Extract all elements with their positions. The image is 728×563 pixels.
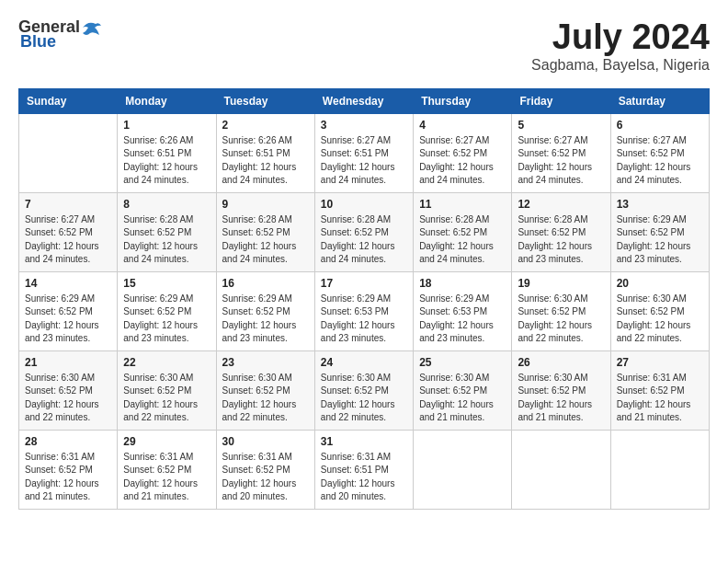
calendar-cell: 1Sunrise: 6:26 AM Sunset: 6:51 PM Daylig… [118, 113, 216, 192]
day-info: Sunrise: 6:31 AM Sunset: 6:51 PM Dayligh… [321, 451, 407, 504]
day-number: 9 [222, 198, 309, 211]
calendar-cell: 6Sunrise: 6:27 AM Sunset: 6:52 PM Daylig… [610, 113, 709, 192]
day-info: Sunrise: 6:29 AM Sunset: 6:52 PM Dayligh… [222, 293, 309, 346]
calendar-cell: 2Sunrise: 6:26 AM Sunset: 6:51 PM Daylig… [216, 113, 314, 192]
calendar-cell: 25Sunrise: 6:30 AM Sunset: 6:52 PM Dayli… [414, 350, 512, 430]
day-number: 20 [617, 277, 703, 290]
day-info: Sunrise: 6:30 AM Sunset: 6:52 PM Dayligh… [518, 372, 604, 425]
calendar-cell: 21Sunrise: 6:30 AM Sunset: 6:52 PM Dayli… [19, 350, 118, 430]
calendar-cell: 15Sunrise: 6:29 AM Sunset: 6:52 PM Dayli… [118, 271, 216, 350]
day-number: 28 [25, 435, 111, 448]
day-info: Sunrise: 6:30 AM Sunset: 6:52 PM Dayligh… [25, 372, 111, 425]
day-number: 27 [617, 356, 703, 369]
day-info: Sunrise: 6:28 AM Sunset: 6:52 PM Dayligh… [321, 213, 407, 267]
day-number: 5 [518, 119, 604, 132]
day-info: Sunrise: 6:26 AM Sunset: 6:51 PM Dayligh… [123, 134, 210, 188]
day-number: 15 [123, 277, 210, 290]
calendar-cell: 19Sunrise: 6:30 AM Sunset: 6:52 PM Dayli… [512, 271, 610, 350]
day-of-week-thursday: Thursday [414, 88, 512, 113]
day-info: Sunrise: 6:27 AM Sunset: 6:51 PM Dayligh… [321, 134, 407, 188]
calendar-cell: 24Sunrise: 6:30 AM Sunset: 6:52 PM Dayli… [314, 350, 413, 430]
day-of-week-wednesday: Wednesday [314, 88, 413, 113]
calendar-cell: 5Sunrise: 6:27 AM Sunset: 6:52 PM Daylig… [512, 113, 610, 192]
day-number: 10 [321, 198, 407, 211]
calendar-cell: 8Sunrise: 6:28 AM Sunset: 6:52 PM Daylig… [118, 192, 216, 271]
calendar-cell [414, 430, 512, 509]
day-number: 12 [518, 198, 604, 211]
day-info: Sunrise: 6:28 AM Sunset: 6:52 PM Dayligh… [123, 213, 210, 267]
calendar-cell: 26Sunrise: 6:30 AM Sunset: 6:52 PM Dayli… [512, 350, 610, 430]
calendar-cell [610, 430, 709, 509]
day-number: 1 [123, 119, 210, 132]
day-number: 3 [321, 119, 407, 132]
calendar-cell: 12Sunrise: 6:28 AM Sunset: 6:52 PM Dayli… [512, 192, 610, 271]
calendar-cell [19, 113, 118, 192]
logo-bird-icon [81, 18, 103, 37]
day-number: 13 [617, 198, 703, 211]
calendar-table: SundayMondayTuesdayWednesdayThursdayFrid… [18, 88, 710, 510]
day-number: 24 [321, 356, 407, 369]
calendar-header: SundayMondayTuesdayWednesdayThursdayFrid… [19, 88, 710, 113]
day-number: 18 [419, 277, 506, 290]
day-of-week-monday: Monday [118, 88, 216, 113]
day-number: 30 [222, 435, 309, 448]
day-number: 7 [25, 198, 111, 211]
calendar-week-row: 21Sunrise: 6:30 AM Sunset: 6:52 PM Dayli… [19, 350, 710, 430]
day-info: Sunrise: 6:30 AM Sunset: 6:52 PM Dayligh… [419, 372, 506, 425]
calendar-cell: 13Sunrise: 6:29 AM Sunset: 6:52 PM Dayli… [610, 192, 709, 271]
day-info: Sunrise: 6:27 AM Sunset: 6:52 PM Dayligh… [25, 213, 111, 267]
day-info: Sunrise: 6:31 AM Sunset: 6:52 PM Dayligh… [617, 372, 703, 425]
month-year-title: July 2024 [531, 18, 710, 57]
day-of-week-tuesday: Tuesday [216, 88, 314, 113]
day-info: Sunrise: 6:29 AM Sunset: 6:53 PM Dayligh… [321, 293, 407, 346]
day-number: 16 [222, 277, 309, 290]
logo: General Blue [18, 18, 103, 52]
calendar-cell: 9Sunrise: 6:28 AM Sunset: 6:52 PM Daylig… [216, 192, 314, 271]
day-number: 2 [222, 119, 309, 132]
day-info: Sunrise: 6:27 AM Sunset: 6:52 PM Dayligh… [617, 134, 703, 188]
day-number: 29 [123, 435, 210, 448]
day-info: Sunrise: 6:29 AM Sunset: 6:52 PM Dayligh… [617, 213, 703, 267]
day-of-week-sunday: Sunday [19, 88, 118, 113]
day-info: Sunrise: 6:28 AM Sunset: 6:52 PM Dayligh… [518, 213, 604, 267]
day-info: Sunrise: 6:30 AM Sunset: 6:52 PM Dayligh… [321, 372, 407, 425]
calendar-cell: 30Sunrise: 6:31 AM Sunset: 6:52 PM Dayli… [216, 430, 314, 509]
day-info: Sunrise: 6:30 AM Sunset: 6:52 PM Dayligh… [518, 293, 604, 346]
day-info: Sunrise: 6:31 AM Sunset: 6:52 PM Dayligh… [25, 451, 111, 504]
day-number: 14 [25, 277, 111, 290]
day-info: Sunrise: 6:28 AM Sunset: 6:52 PM Dayligh… [222, 213, 309, 267]
day-number: 4 [419, 119, 506, 132]
calendar-cell: 14Sunrise: 6:29 AM Sunset: 6:52 PM Dayli… [19, 271, 118, 350]
calendar-cell: 4Sunrise: 6:27 AM Sunset: 6:52 PM Daylig… [414, 113, 512, 192]
day-info: Sunrise: 6:31 AM Sunset: 6:52 PM Dayligh… [123, 451, 210, 504]
day-info: Sunrise: 6:29 AM Sunset: 6:52 PM Dayligh… [25, 293, 111, 346]
day-number: 8 [123, 198, 210, 211]
calendar-week-row: 28Sunrise: 6:31 AM Sunset: 6:52 PM Dayli… [19, 430, 710, 509]
calendar-cell: 22Sunrise: 6:30 AM Sunset: 6:52 PM Dayli… [118, 350, 216, 430]
calendar-cell: 27Sunrise: 6:31 AM Sunset: 6:52 PM Dayli… [610, 350, 709, 430]
day-number: 25 [419, 356, 506, 369]
day-of-week-saturday: Saturday [610, 88, 709, 113]
calendar-cell: 10Sunrise: 6:28 AM Sunset: 6:52 PM Dayli… [314, 192, 413, 271]
calendar-body: 1Sunrise: 6:26 AM Sunset: 6:51 PM Daylig… [19, 113, 710, 509]
day-number: 17 [321, 277, 407, 290]
day-info: Sunrise: 6:31 AM Sunset: 6:52 PM Dayligh… [222, 451, 309, 504]
day-number: 11 [419, 198, 506, 211]
day-info: Sunrise: 6:30 AM Sunset: 6:52 PM Dayligh… [123, 372, 210, 425]
day-info: Sunrise: 6:27 AM Sunset: 6:52 PM Dayligh… [518, 134, 604, 188]
calendar-week-row: 1Sunrise: 6:26 AM Sunset: 6:51 PM Daylig… [19, 113, 710, 192]
day-info: Sunrise: 6:29 AM Sunset: 6:52 PM Dayligh… [123, 293, 210, 346]
day-number: 26 [518, 356, 604, 369]
day-info: Sunrise: 6:27 AM Sunset: 6:52 PM Dayligh… [419, 134, 506, 188]
calendar-cell: 31Sunrise: 6:31 AM Sunset: 6:51 PM Dayli… [314, 430, 413, 509]
calendar-week-row: 7Sunrise: 6:27 AM Sunset: 6:52 PM Daylig… [19, 192, 710, 271]
days-of-week-row: SundayMondayTuesdayWednesdayThursdayFrid… [19, 88, 710, 113]
calendar-cell: 29Sunrise: 6:31 AM Sunset: 6:52 PM Dayli… [118, 430, 216, 509]
calendar-cell: 11Sunrise: 6:28 AM Sunset: 6:52 PM Dayli… [414, 192, 512, 271]
page-header: General Blue July 2024 Sagbama, Bayelsa,… [18, 18, 710, 74]
calendar-cell: 18Sunrise: 6:29 AM Sunset: 6:53 PM Dayli… [414, 271, 512, 350]
day-info: Sunrise: 6:30 AM Sunset: 6:52 PM Dayligh… [617, 293, 703, 346]
calendar-cell: 16Sunrise: 6:29 AM Sunset: 6:52 PM Dayli… [216, 271, 314, 350]
calendar-cell [512, 430, 610, 509]
location-subtitle: Sagbama, Bayelsa, Nigeria [531, 57, 710, 74]
